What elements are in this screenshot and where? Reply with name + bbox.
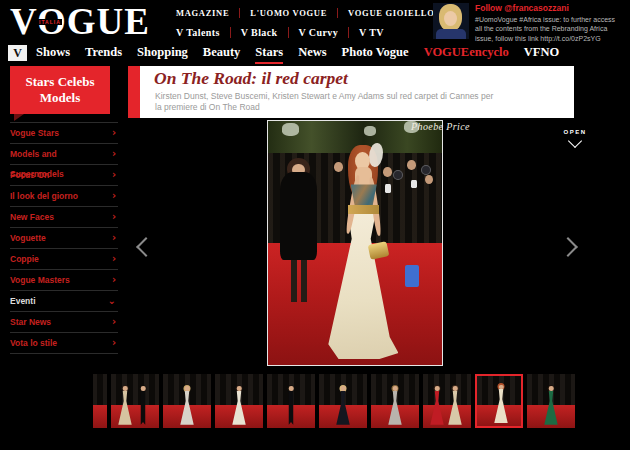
thumbnail-figure — [543, 385, 559, 425]
thumbnail-figure-face — [141, 386, 146, 391]
vogue-logo-italia-label: ITALIA — [38, 19, 62, 25]
top-menu-item[interactable]: MAGAZINE — [176, 8, 239, 18]
nav-item-vogueencyclo[interactable]: VOGUEencyclo — [424, 45, 509, 64]
thumbnail-partial-thumb-cut-left[interactable] — [93, 374, 107, 428]
photo-shirt-fleck — [411, 180, 417, 189]
thumbnail-figure-gown — [231, 391, 247, 425]
vogue-logo[interactable]: VOGUE — [10, 2, 150, 42]
photo-gold-waist-band — [348, 205, 379, 214]
top-menu-item[interactable]: VOGUE GIOIELLO — [337, 8, 444, 18]
photo-shirt-fleck — [385, 184, 391, 193]
thumbnail-woman-white-mermaid-dress[interactable] — [215, 374, 263, 428]
thumbnail-figure — [429, 385, 445, 425]
sidebar-item-new-faces[interactable]: New Faces› — [10, 207, 118, 228]
photo-assistant-black-dress — [280, 172, 317, 260]
twitter-text-block: Follow @francasozzani #UomoVogue #Africa… — [475, 3, 623, 43]
twitter-follow-link[interactable]: Follow @francasozzani — [475, 3, 623, 13]
top-menu-sub-item[interactable]: V Curvy — [288, 27, 349, 38]
chevron-right-icon: › — [112, 186, 118, 206]
top-menu-row-secondary: V TalentsV BlackV CurvyV TV — [176, 27, 394, 38]
sidebar-item-label: Voguette — [10, 228, 46, 248]
thumbnail-figure-gown — [335, 391, 351, 425]
chevron-right-icon: › — [112, 144, 118, 164]
top-menu-sub-item[interactable]: V TV — [348, 27, 394, 38]
thumbnail-woman-silver-gray-gown[interactable] — [371, 374, 419, 428]
twitter-avatar[interactable] — [433, 3, 469, 39]
sidebar-item-label: Vogue Masters — [10, 270, 70, 290]
thumbnail-woman-pale-silver-gown-train[interactable] — [163, 374, 211, 428]
chevron-right-icon: › — [112, 333, 118, 353]
sidebar-menu: Vogue Stars›Models and Supermodels›Focus… — [10, 122, 118, 354]
sidebar-category-header: Stars Celebs Models — [10, 66, 110, 114]
photo-assistant-leg — [291, 260, 297, 301]
thumbnail-figure-face — [237, 386, 242, 391]
thumbnail-carpet — [93, 405, 107, 428]
photo-blue-stool — [405, 265, 419, 287]
chevron-right-icon: › — [112, 123, 118, 143]
thumbnail-figure — [447, 385, 463, 425]
thumbnail-figure-face — [499, 385, 504, 390]
top-menu-sub-item[interactable]: V Black — [230, 27, 288, 38]
vogue-italia-page: VOGUE ITALIA MAGAZINEL'UOMO VOGUEVOGUE G… — [0, 0, 630, 450]
thumbnail-figure-face — [123, 386, 128, 391]
thumbnail-carousel — [93, 374, 581, 430]
top-menu-item[interactable]: L'UOMO VOGUE — [239, 8, 337, 18]
article-header: On The Road: il red carpet Kirsten Dunst… — [128, 66, 574, 118]
sidebar-item-vota-lo-stile[interactable]: Vota lo stile› — [10, 333, 118, 354]
thumbnail-phoebe-price-cream-dress-selected[interactable] — [475, 374, 523, 428]
thumbnail-man-black-suit[interactable] — [267, 374, 315, 428]
chevron-right-icon: › — [112, 312, 118, 332]
photo-crowd-head — [383, 167, 392, 177]
thumbnail-women-red-and-beige-dresses[interactable] — [423, 374, 471, 428]
twitter-message[interactable]: #UomoVogue #Africa issue: to further acc… — [475, 15, 623, 43]
thumbnail-figure-gown — [179, 391, 195, 425]
thumbnail-figure-gown — [117, 391, 133, 425]
thumbnail-blonde-woman-dark-navy-dress[interactable] — [319, 374, 367, 428]
thumbnail-figure-face — [435, 386, 440, 391]
thumbnail-figure — [231, 385, 247, 425]
photo-assistant-leg — [301, 260, 307, 301]
sidebar-item-label: Star News — [10, 312, 51, 332]
sidebar-item-vogue-stars[interactable]: Vogue Stars› — [10, 123, 118, 144]
nav-item-shopping[interactable]: Shopping — [137, 45, 188, 64]
thumbnail-couple-beige-gown-and-tuxedo[interactable] — [111, 374, 159, 428]
nav-item-news[interactable]: News — [298, 45, 326, 64]
sidebar-item-vogue-masters[interactable]: Vogue Masters› — [10, 270, 118, 291]
nav-item-stars[interactable]: Stars — [255, 45, 283, 64]
thumbnail-figure — [493, 383, 509, 423]
avatar-face-shape — [444, 11, 457, 26]
nav-item-shows[interactable]: Shows — [36, 45, 70, 64]
nav-item-trends[interactable]: Trends — [85, 45, 122, 64]
v-home-badge[interactable]: V — [8, 45, 27, 61]
photo-caption: Phoebe Price — [411, 121, 470, 132]
sidebar-item-il-look-del-giorno[interactable]: Il look del giorno› — [10, 186, 118, 207]
thumbnail-figure-suit — [283, 391, 299, 425]
chevron-down-icon: ⌄ — [108, 291, 118, 311]
thumbnail-figure-suit — [135, 391, 151, 425]
main-photo-phoebe-price[interactable] — [267, 120, 443, 366]
sidebar-item-coppie[interactable]: Coppie› — [10, 249, 118, 270]
photo-camera-lens — [393, 170, 403, 180]
chevron-right-icon: › — [112, 207, 118, 227]
thumbnail-crowd-bg — [93, 374, 107, 406]
thumbnail-figure-face — [289, 386, 294, 391]
sidebar-item-focus-on[interactable]: Focus On› — [10, 165, 118, 186]
thumbnail-woman-emerald-green-dress[interactable] — [527, 374, 575, 428]
sidebar-item-models-and-supermodels[interactable]: Models and Supermodels› — [10, 144, 118, 165]
nav-item-vfno[interactable]: VFNO — [524, 45, 559, 64]
sidebar-item-voguette[interactable]: Voguette› — [10, 228, 118, 249]
nav-item-photo-vogue[interactable]: Photo Vogue — [342, 45, 409, 64]
sidebar-item-label: Models and Supermodels — [10, 144, 112, 164]
carousel-next-arrow-icon[interactable] — [558, 237, 578, 257]
top-menu-row-primary: MAGAZINEL'UOMO VOGUEVOGUE GIOIELLO — [176, 8, 444, 18]
open-gallery-button[interactable]: OPEN — [557, 129, 593, 146]
top-menu-sub-item[interactable]: V Talents — [176, 27, 230, 38]
thumbnail-figure-face — [393, 386, 398, 391]
main-navigation: ShowsTrendsShoppingBeautyStarsNewsPhoto … — [36, 45, 559, 64]
carousel-prev-arrow-icon[interactable] — [136, 237, 156, 257]
sidebar-item-star-news[interactable]: Star News› — [10, 312, 118, 333]
thumbnail-figure-gown — [493, 389, 509, 423]
nav-item-beauty[interactable]: Beauty — [203, 45, 241, 64]
photo-crowd-head — [407, 160, 416, 170]
sidebar-item-eventi[interactable]: Eventi⌄ — [10, 291, 118, 312]
